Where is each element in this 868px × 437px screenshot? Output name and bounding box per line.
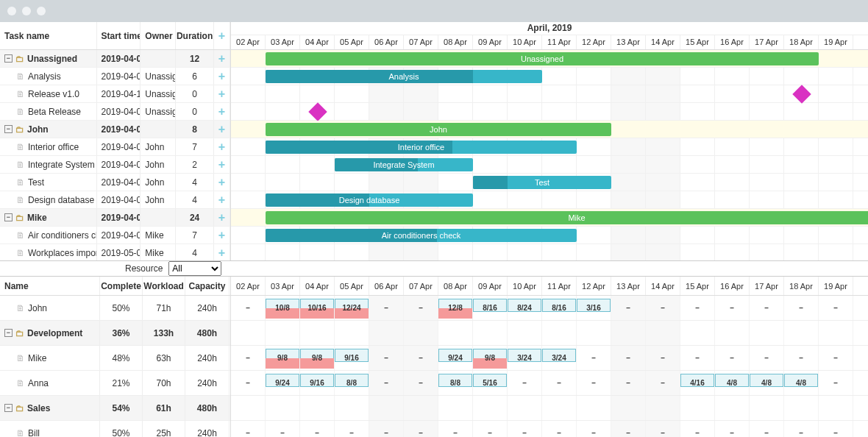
workload-cell bbox=[438, 396, 473, 420]
resource-row[interactable]: −🗀Development 36% 133h 480h bbox=[0, 321, 230, 346]
task-row[interactable]: −🗀Unassigned 2019-04-03 12 + bbox=[0, 50, 230, 68]
day-header: 11 Apr bbox=[542, 277, 577, 295]
task-row[interactable]: 🗎Release v1.0 2019-04-19 Unassigned 0 + bbox=[0, 85, 230, 103]
day-header: 18 Apr bbox=[784, 35, 819, 49]
add-task-button[interactable]: + bbox=[214, 103, 230, 120]
day-header: 06 Apr bbox=[369, 277, 404, 295]
task-start: 2019-04-03 bbox=[97, 68, 141, 85]
workload-cell bbox=[577, 321, 611, 345]
add-task-button[interactable]: + bbox=[214, 50, 230, 67]
workload-cell: – bbox=[819, 296, 853, 320]
task-bar[interactable]: Analysis bbox=[266, 70, 542, 83]
workload-cell: 4/8 bbox=[750, 371, 784, 395]
day-header: 05 Apr bbox=[335, 277, 369, 295]
workload-cell: – bbox=[819, 421, 853, 437]
workload-cell: 3/16 bbox=[577, 296, 611, 320]
workload-cell: – bbox=[369, 421, 404, 437]
collapse-icon[interactable]: − bbox=[4, 125, 13, 133]
task-bar[interactable]: Interior office bbox=[266, 141, 577, 154]
task-bar[interactable]: Test bbox=[473, 176, 611, 189]
workload-cell: – bbox=[335, 421, 369, 437]
add-task-button[interactable]: + bbox=[214, 121, 230, 138]
add-task-button[interactable]: + bbox=[214, 191, 230, 208]
add-task-button[interactable]: + bbox=[214, 174, 230, 191]
folder-icon: 🗀 bbox=[15, 213, 24, 223]
col-header-duration[interactable]: Duration bbox=[176, 22, 214, 49]
workload-cell: – bbox=[266, 421, 300, 437]
add-column-button[interactable]: + bbox=[214, 22, 230, 49]
add-task-button[interactable]: + bbox=[214, 138, 230, 155]
day-header: 10 Apr bbox=[508, 277, 542, 295]
workload-cell: 8/16 bbox=[473, 296, 508, 320]
milestone-icon[interactable] bbox=[308, 102, 327, 121]
day-header: 04 Apr bbox=[300, 277, 335, 295]
workload-cell: 9/24 bbox=[266, 371, 300, 395]
add-task-button[interactable]: + bbox=[214, 244, 230, 260]
resource-row[interactable]: 🗎Anna 21% 70h 240h bbox=[0, 371, 230, 396]
collapse-icon[interactable]: − bbox=[4, 404, 13, 412]
task-row[interactable]: −🗀John 2019-04-03 8 + bbox=[0, 121, 230, 138]
task-row[interactable]: 🗎Beta Release 2019-04-05 Unassigned 0 + bbox=[0, 103, 230, 121]
task-row[interactable]: 🗎Air conditioners check 2019-04-03 Mike … bbox=[0, 227, 230, 244]
hcol-workload[interactable]: Workload bbox=[143, 277, 185, 295]
bar-label: Analysis bbox=[389, 72, 419, 81]
resource-row[interactable]: 🗎Bill 50% 25h 240h bbox=[0, 421, 230, 437]
task-row[interactable]: 🗎Interior office 2019-04-03 John 7 + bbox=[0, 138, 230, 156]
milestone-icon[interactable] bbox=[792, 85, 811, 103]
hcol-capacity[interactable]: Capacity bbox=[185, 277, 230, 295]
col-header-start[interactable]: Start time bbox=[97, 22, 141, 49]
resource-workload: 63h bbox=[143, 346, 185, 370]
col-header-name[interactable]: Task name bbox=[0, 22, 97, 49]
workload-cell: – bbox=[577, 371, 611, 395]
task-name: John bbox=[27, 124, 49, 135]
task-row[interactable]: 🗎Workplaces importation 2019-05-01 Mike … bbox=[0, 244, 230, 260]
collapse-icon[interactable]: − bbox=[4, 213, 13, 221]
collapse-icon[interactable]: − bbox=[4, 54, 13, 63]
resource-row[interactable]: −🗀Sales 54% 61h 480h bbox=[0, 396, 230, 421]
col-header-owner[interactable]: Owner bbox=[140, 22, 176, 49]
task-row[interactable]: 🗎Design database 2019-04-03 John 4 + bbox=[0, 191, 230, 209]
task-bar[interactable]: Air conditioners check bbox=[266, 229, 577, 242]
group-bar[interactable]: Unassigned bbox=[266, 52, 819, 65]
gantt-chart[interactable]: April, 2019 02 Apr03 Apr04 Apr05 Apr06 A… bbox=[231, 22, 868, 260]
file-icon: 🗎 bbox=[16, 142, 25, 152]
task-duration: 7 bbox=[176, 138, 214, 155]
day-header: 08 Apr bbox=[438, 35, 473, 49]
workload-cell bbox=[542, 396, 577, 420]
day-header: 19 Apr bbox=[819, 277, 853, 295]
add-task-button[interactable]: + bbox=[214, 227, 230, 244]
resource-histogram[interactable]: 02 Apr03 Apr04 Apr05 Apr06 Apr07 Apr08 A… bbox=[231, 277, 868, 437]
resource-workload: 71h bbox=[143, 296, 185, 320]
task-bar[interactable]: Design database bbox=[266, 193, 473, 207]
gantt-row bbox=[231, 244, 868, 260]
resource-row[interactable]: 🗎John 50% 71h 240h bbox=[0, 296, 230, 321]
task-row[interactable]: 🗎Test 2019-04-09 John 4 + bbox=[0, 174, 230, 191]
resource-row[interactable]: 🗎Mike 48% 63h 240h bbox=[0, 346, 230, 371]
gantt-row: Mike bbox=[231, 209, 868, 227]
add-task-button[interactable]: + bbox=[214, 85, 230, 102]
add-task-button[interactable]: + bbox=[214, 68, 230, 85]
histogram-row bbox=[231, 396, 868, 421]
task-row[interactable]: 🗎Integrate System 2019-04-05 John 2 + bbox=[0, 156, 230, 174]
add-task-button[interactable]: + bbox=[214, 156, 230, 173]
workload-cell: 8/24 bbox=[508, 296, 542, 320]
add-task-button[interactable]: + bbox=[214, 209, 230, 226]
task-row[interactable]: 🗎Analysis 2019-04-03 Unassigned 6 + bbox=[0, 68, 230, 85]
workload-cell: – bbox=[784, 421, 819, 437]
hcol-complete[interactable]: Complete bbox=[100, 277, 143, 295]
task-bar[interactable]: Integrate System bbox=[335, 158, 473, 171]
task-row[interactable]: −🗀Mike 2019-04-03 24 + bbox=[0, 209, 230, 227]
workload-cell bbox=[646, 396, 680, 420]
group-bar[interactable]: John bbox=[266, 123, 611, 136]
bar-label: Mike bbox=[568, 213, 585, 222]
workload-cell: 9/24 bbox=[438, 346, 473, 370]
group-bar[interactable]: Mike bbox=[266, 211, 868, 224]
resource-workload: 61h bbox=[143, 396, 185, 420]
filter-label: Resource bbox=[125, 263, 163, 274]
collapse-icon[interactable]: − bbox=[4, 329, 13, 337]
day-header: 03 Apr bbox=[266, 277, 300, 295]
histogram-row: –9/89/89/16––9/249/83/243/24–––––––– bbox=[231, 346, 868, 371]
resource-select[interactable]: All bbox=[168, 261, 221, 276]
task-name: Workplaces importation bbox=[28, 248, 97, 258]
hcol-name[interactable]: Name bbox=[0, 277, 100, 295]
